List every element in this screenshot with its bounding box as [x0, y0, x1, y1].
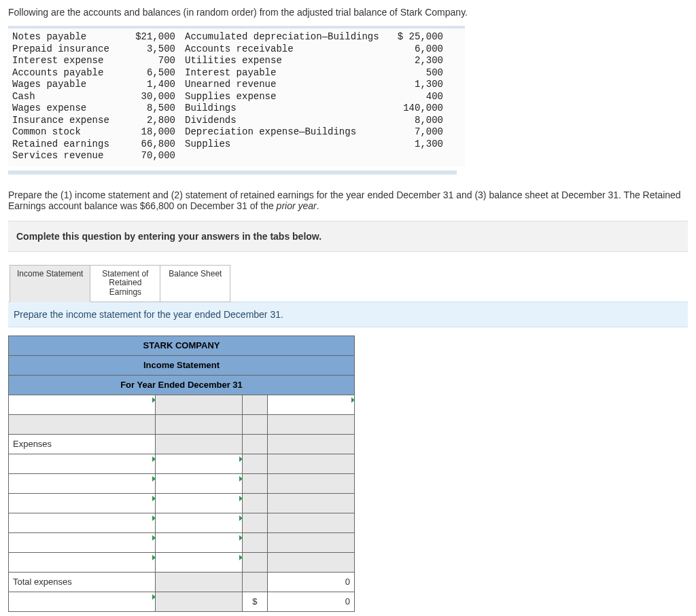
stmt-title: STARK COMPANY: [9, 336, 355, 355]
amount-input[interactable]: [156, 473, 243, 493]
amount-input[interactable]: [156, 532, 243, 552]
cell-disabled: [242, 454, 267, 473]
tab-bar: Income Statement Statement of Retained E…: [10, 264, 688, 302]
cell-disabled: [156, 592, 243, 611]
cell-disabled: [242, 552, 267, 572]
tab-label: Income Statement: [17, 269, 83, 278]
account-input[interactable]: [9, 513, 156, 532]
intro-text: Following are the accounts and balances …: [8, 7, 688, 18]
cell-disabled: [268, 473, 355, 493]
cell-disabled: [242, 493, 267, 513]
dollar-sign: $: [242, 592, 267, 611]
cell-disabled: [268, 552, 355, 572]
cell-disabled: [242, 532, 267, 552]
cell-disabled: [156, 434, 243, 454]
tab-label: Statement of: [102, 269, 148, 278]
account-input[interactable]: [9, 473, 156, 493]
tab-label: Retained: [109, 278, 141, 287]
amount-input[interactable]: [156, 552, 243, 572]
account-input[interactable]: [9, 454, 156, 473]
amount-input[interactable]: [156, 493, 243, 513]
account-input[interactable]: [9, 532, 156, 552]
total-expenses-value: 0: [268, 572, 355, 592]
amount-input[interactable]: [156, 513, 243, 532]
cell-disabled: [242, 473, 267, 493]
tab-balance-sheet[interactable]: Balance Sheet: [160, 265, 230, 302]
divider: [8, 170, 457, 175]
tab-instruction: Prepare the income statement for the yea…: [8, 302, 688, 327]
cell-disabled: [268, 414, 355, 434]
amount-input[interactable]: [156, 454, 243, 473]
account-input[interactable]: [9, 493, 156, 513]
stmt-subtitle: Income Statement: [9, 355, 355, 375]
account-input[interactable]: [9, 395, 156, 414]
tab-label: Earnings: [109, 287, 141, 297]
account-input[interactable]: [9, 592, 156, 611]
cell-disabled: [268, 532, 355, 552]
tab-income-statement[interactable]: Income Statement: [10, 265, 90, 302]
income-statement-table: STARK COMPANY Income Statement For Year …: [8, 336, 355, 612]
cell-disabled: [268, 434, 355, 454]
stmt-period: For Year Ended December 31: [9, 375, 355, 395]
question-text: Prepare the (1) income statement and (2)…: [8, 189, 688, 211]
instruction-box: Complete this question by entering your …: [8, 221, 688, 252]
total-expenses-label: Total expenses: [9, 572, 156, 592]
cell-disabled: [242, 414, 267, 434]
tab-retained-earnings[interactable]: Statement of Retained Earnings: [90, 265, 160, 302]
cell-disabled: [156, 395, 243, 414]
expenses-label: Expenses: [9, 434, 156, 454]
cell-disabled: [268, 454, 355, 473]
tab-label: Balance Sheet: [169, 269, 222, 278]
cell-disabled: [242, 513, 267, 532]
cell-disabled: [9, 414, 156, 434]
account-input[interactable]: [9, 552, 156, 572]
cell-disabled: [268, 493, 355, 513]
cell-disabled: [242, 572, 267, 592]
cell-disabled: [242, 434, 267, 454]
cell-disabled: [156, 414, 243, 434]
cell-disabled: [156, 572, 243, 592]
net-value: 0: [268, 592, 355, 611]
amount-input[interactable]: [268, 395, 355, 414]
cell-disabled: [268, 513, 355, 532]
trial-balance-table: Notes payable$21,000Accumulated deprecia…: [8, 26, 465, 166]
cell-disabled: [242, 395, 267, 414]
